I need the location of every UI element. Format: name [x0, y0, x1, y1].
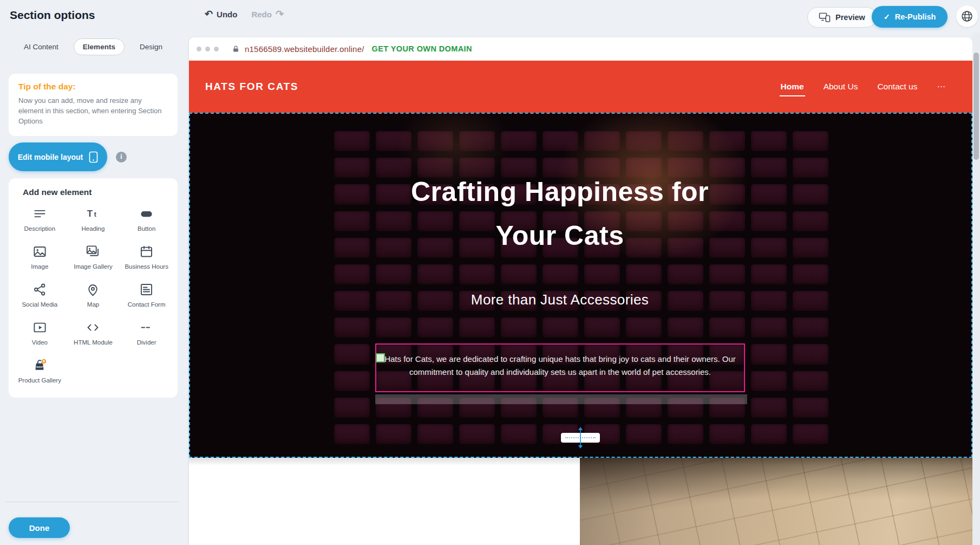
- site-preview-window: n1566589.websitebuilder.online/ GET YOUR…: [189, 37, 972, 545]
- scrollbar-thumb[interactable]: [974, 53, 979, 160]
- element-item-label: Social Media: [22, 301, 57, 309]
- element-item-label: Contact Form: [128, 301, 166, 309]
- hero-subtitle: More than Just Accessories: [189, 291, 931, 308]
- add-element-panel: Add new element DescriptionTtHeadingButt…: [9, 178, 178, 398]
- element-item-html-module[interactable]: HTML Module: [67, 319, 120, 348]
- button-icon: [139, 206, 154, 222]
- hero-paragraph: Hats for Cats, we are dedicated to craft…: [376, 345, 744, 379]
- undo-redo-group: ↶ Undo Redo ↷: [205, 9, 284, 19]
- window-dot: [197, 47, 201, 51]
- contact-form-icon: [139, 282, 154, 297]
- preview-button[interactable]: Preview: [807, 7, 877, 28]
- republish-button[interactable]: ✓ Re-Publish: [872, 6, 948, 28]
- product-gallery-icon: SHOP: [32, 358, 47, 373]
- selected-paragraph-element[interactable]: Hats for Cats, we are dedicated to craft…: [375, 343, 745, 392]
- element-item-divider[interactable]: Divider: [120, 319, 173, 348]
- element-item-label: Description: [24, 225, 56, 233]
- site-logo[interactable]: HATS FOR CATS: [205, 81, 298, 93]
- map-icon: [86, 282, 100, 297]
- element-item-contact-form[interactable]: Contact Form: [120, 281, 173, 310]
- paving-image: [580, 458, 972, 545]
- element-item-image[interactable]: Image: [13, 243, 67, 272]
- language-globe-button[interactable]: [956, 5, 978, 27]
- element-item-label: Image Gallery: [74, 263, 113, 271]
- window-controls: [197, 47, 219, 51]
- preview-label: Preview: [835, 13, 865, 22]
- get-domain-link[interactable]: GET YOUR OWN DOMAIN: [372, 44, 472, 53]
- element-item-business-hours[interactable]: Business Hours: [120, 243, 173, 272]
- svg-text:SHOP: SHOP: [36, 366, 43, 368]
- element-drag-handle[interactable]: [376, 353, 385, 362]
- lock-icon: [232, 45, 240, 53]
- hero-content: Crafting Happiness for Your Cats More th…: [189, 113, 931, 458]
- next-section[interactable]: [189, 458, 972, 545]
- element-item-heading[interactable]: TtHeading: [67, 205, 120, 234]
- nav-item-home[interactable]: Home: [781, 82, 804, 92]
- check-icon: ✓: [884, 12, 890, 21]
- element-item-video[interactable]: Video: [13, 319, 67, 348]
- site-viewport: HATS FOR CATS HomeAbout UsContact us⋯ Cr…: [189, 61, 972, 545]
- element-item-label: Button: [138, 225, 155, 233]
- edit-mobile-layout-button[interactable]: Edit mobile layout: [9, 142, 107, 171]
- add-element-title: Add new element: [23, 187, 173, 197]
- nav-item-contact-us[interactable]: Contact us: [877, 82, 917, 92]
- browser-chrome: n1566589.websitebuilder.online/ GET YOUR…: [189, 37, 972, 61]
- edit-mobile-label: Edit mobile layout: [18, 153, 83, 161]
- heading-icon: Tt: [86, 206, 100, 222]
- nav-item-more[interactable]: ⋯: [937, 82, 946, 92]
- element-item-label: Heading: [82, 225, 105, 233]
- element-item-label: HTML Module: [74, 339, 113, 347]
- sidebar-divider: [5, 502, 178, 502]
- element-item-label: Product Gallery: [18, 377, 61, 385]
- sidebar-tabs: AI ContentElementsDesign: [9, 38, 178, 55]
- redo-icon: ↷: [276, 9, 284, 19]
- divider-icon: [139, 320, 154, 335]
- tab-elements[interactable]: Elements: [74, 38, 125, 55]
- site-nav: HomeAbout UsContact us⋯: [781, 82, 945, 92]
- svg-text:t: t: [94, 211, 96, 218]
- html-module-icon: [86, 320, 100, 335]
- window-dot: [205, 47, 210, 51]
- tab-ai-content[interactable]: AI Content: [15, 38, 67, 55]
- redo-label: Redo: [251, 10, 272, 19]
- nav-item-about-us[interactable]: About Us: [824, 82, 858, 92]
- element-item-map[interactable]: Map: [67, 281, 120, 310]
- tip-body: Now you can add, move and resize any ele…: [18, 96, 168, 127]
- element-item-label: Map: [87, 301, 99, 309]
- element-item-social-media[interactable]: Social Media: [13, 281, 67, 310]
- business-hours-icon: [139, 244, 154, 259]
- element-grid: DescriptionTtHeadingButtonImageImage Gal…: [13, 205, 173, 386]
- element-item-image-gallery[interactable]: Image Gallery: [67, 243, 120, 272]
- resize-arrows-icon: [577, 427, 584, 451]
- redo-button[interactable]: Redo ↷: [251, 9, 284, 19]
- element-item-description[interactable]: Description: [13, 205, 67, 234]
- video-icon: [32, 320, 47, 335]
- done-button[interactable]: Done: [9, 517, 70, 538]
- site-url: n1566589.websitebuilder.online/: [245, 44, 364, 54]
- element-item-button[interactable]: Button: [120, 205, 173, 234]
- tip-title: Tip of the day:: [18, 82, 168, 92]
- social-media-icon: [32, 282, 47, 297]
- mobile-layout-row: Edit mobile layout i: [9, 142, 127, 171]
- svg-text:T: T: [87, 209, 93, 219]
- scrollbar-track[interactable]: [972, 33, 980, 545]
- image-gallery-icon: [86, 244, 100, 259]
- tab-design[interactable]: Design: [131, 38, 171, 55]
- page-title: Section options: [10, 9, 95, 22]
- site-header: HATS FOR CATS HomeAbout UsContact us⋯: [189, 61, 972, 113]
- element-item-label: Image: [31, 263, 48, 271]
- done-label: Done: [29, 523, 50, 533]
- section-resize-handle[interactable]: [561, 427, 600, 449]
- undo-label: Undo: [217, 10, 237, 19]
- globe-icon: [961, 10, 974, 23]
- hero-section[interactable]: Crafting Happiness for Your Cats More th…: [189, 113, 972, 458]
- element-item-label: Divider: [137, 339, 156, 347]
- description-icon: [32, 206, 47, 222]
- info-icon[interactable]: i: [116, 152, 127, 163]
- undo-button[interactable]: ↶ Undo: [205, 9, 237, 19]
- element-item-product-gallery[interactable]: SHOPProduct Gallery: [13, 356, 67, 386]
- hero-title: Crafting Happiness for Your Cats: [189, 170, 931, 258]
- tip-card: Tip of the day: Now you can add, move an…: [9, 74, 178, 136]
- republish-label: Re-Publish: [895, 12, 936, 21]
- element-item-label: Video: [32, 339, 48, 347]
